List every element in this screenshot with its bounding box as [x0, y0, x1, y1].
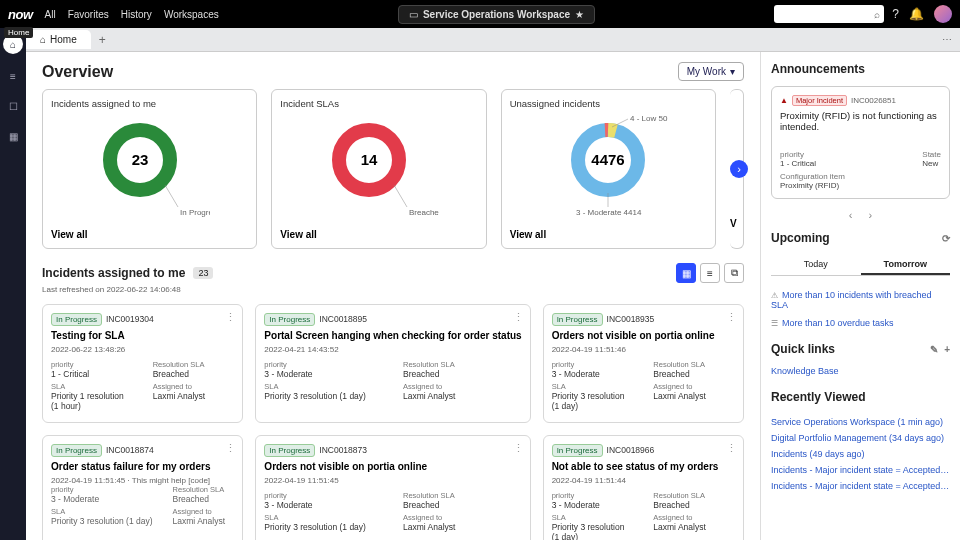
svg-text:Breached  14: Breached 14 [409, 208, 439, 217]
card-incident-slas: Incident SLAs 14 Breached 14 View all [271, 89, 486, 249]
incident-title: Portal Screen hanging when checking for … [264, 330, 521, 341]
announcement-card[interactable]: ▲Major IncidentINC0026851 Proximity (RFI… [771, 86, 950, 199]
tab-overflow-icon[interactable]: ⋯ [942, 34, 952, 45]
upcoming-item[interactable]: More than 10 overdue tasks [771, 314, 950, 332]
recent-item[interactable]: Service Operations Workspace (1 min ago) [771, 414, 950, 430]
incident-title: Testing for SLA [51, 330, 234, 341]
svg-text:4 - Low 50: 4 - Low 50 [630, 115, 668, 123]
quick-link[interactable]: Knowledge Base [771, 366, 950, 380]
card-title: Incident SLAs [280, 98, 477, 109]
incident-card[interactable]: ⋮ In ProgressINC0018895 Portal Screen ha… [255, 304, 530, 423]
upcoming-title: Upcoming [771, 231, 830, 245]
incident-card[interactable]: ⋮ In ProgressINC0019304 Testing for SLA … [42, 304, 243, 423]
prev-arrow-icon[interactable]: ‹ [849, 209, 853, 221]
overview-title: Overview [42, 63, 113, 81]
view-list-button[interactable]: ≡ [700, 263, 720, 283]
home-icon: ⌂ [40, 34, 46, 45]
left-rail: ⌂ ≡ ☐ ▦ [0, 28, 26, 540]
rail-grid-icon[interactable]: ▦ [5, 128, 21, 144]
global-search-input[interactable] [774, 5, 884, 23]
rail-list-icon[interactable]: ≡ [5, 68, 21, 84]
rail-inbox-icon[interactable]: ☐ [5, 98, 21, 114]
svg-line-2 [165, 185, 178, 207]
section-title: Incidents assigned to me [42, 266, 185, 280]
state-badge: In Progress [264, 444, 315, 457]
recent-item[interactable]: Incidents - Major incident state = Accep… [771, 478, 950, 494]
home-tooltip: Home [4, 27, 33, 38]
tab-home[interactable]: ⌂Home [26, 30, 91, 49]
nav-favorites[interactable]: Favorites [68, 9, 109, 20]
star-icon[interactable]: ★ [575, 9, 584, 20]
incident-timestamp: 2022-04-21 14:43:52 [264, 345, 521, 354]
recent-item[interactable]: Incidents (49 days ago) [771, 446, 950, 462]
donut-chart: 23 In Progress 23 [90, 115, 210, 225]
incident-card[interactable]: ⋮ In ProgressINC0018873 Orders not visib… [255, 435, 530, 540]
incident-number: INC0018874 [106, 445, 154, 455]
logo[interactable]: now [8, 7, 33, 22]
cards-next-arrow[interactable]: › [730, 160, 748, 178]
tab-today[interactable]: Today [771, 255, 861, 275]
card-menu-icon[interactable]: ⋮ [225, 442, 236, 455]
view-grid-button[interactable]: ▦ [676, 263, 696, 283]
card-unassigned: Unassigned incidents 4476 4 - Low 50 3 -… [501, 89, 716, 249]
card-menu-icon[interactable]: ⋮ [225, 311, 236, 324]
card-title: Unassigned incidents [510, 98, 707, 109]
card-menu-icon[interactable]: ⋮ [726, 311, 737, 324]
svg-text:14: 14 [361, 151, 378, 168]
incident-card[interactable]: ⋮ In ProgressINC0018966 Not able to see … [543, 435, 744, 540]
section-header: Incidents assigned to me 23 ▦ ≡ ⧉ [42, 263, 744, 283]
nav-all[interactable]: All [45, 9, 56, 20]
card-menu-icon[interactable]: ⋮ [726, 442, 737, 455]
recent-item[interactable]: Digital Portfolio Management (34 days ag… [771, 430, 950, 446]
state-badge: In Progress [552, 313, 603, 326]
workspace-pill[interactable]: ▭ Service Operations Workspace ★ [398, 5, 595, 24]
svg-text:In Progress  23: In Progress 23 [180, 208, 210, 217]
refresh-icon[interactable]: ⟳ [942, 233, 950, 244]
incident-number: INC0018895 [319, 314, 367, 324]
view-all-link[interactable]: View all [280, 229, 477, 240]
incident-number: INC0018966 [607, 445, 655, 455]
new-tab-button[interactable]: + [91, 33, 114, 47]
view-all-link[interactable]: View all [51, 229, 248, 240]
open-external-button[interactable]: ⧉ [724, 263, 744, 283]
svg-text:23: 23 [131, 151, 148, 168]
incident-title: Orders not visible on portia online [264, 461, 521, 472]
incident-title: Orders not visible on portia online [552, 330, 735, 341]
avatar[interactable] [934, 5, 952, 23]
upcoming-item[interactable]: More than 10 incidents with breached SLA [771, 286, 950, 314]
side-panel: Announcements ▲Major IncidentINC0026851 … [760, 52, 960, 540]
help-icon[interactable]: ? [892, 7, 899, 21]
state-badge: In Progress [51, 313, 102, 326]
incident-card[interactable]: ⋮ In ProgressINC0018935 Orders not visib… [543, 304, 744, 423]
incident-timestamp: 2022-04-19 11:51:45 · This might help [c… [51, 476, 234, 529]
donut-chart: 14 Breached 14 [319, 115, 439, 225]
announcement-pager: ‹› [771, 209, 950, 221]
state-badge: In Progress [552, 444, 603, 457]
nav-history[interactable]: History [121, 9, 152, 20]
card-menu-icon[interactable]: ⋮ [513, 311, 524, 324]
announcement-message: Proximity (RFID) is not functioning as i… [780, 110, 941, 132]
card-title: Incidents assigned to me [51, 98, 248, 109]
edit-icon[interactable]: ✎ [930, 344, 938, 355]
incident-number: INC0018873 [319, 445, 367, 455]
search-icon[interactable]: ⌕ [874, 9, 880, 20]
incident-number: INC0019304 [106, 314, 154, 324]
view-all-link[interactable]: View all [510, 229, 707, 240]
top-nav: All Favorites History Workspaces [45, 9, 219, 20]
svg-text:3 - Moderate  4414: 3 - Moderate 4414 [576, 208, 642, 217]
major-incident-badge: Major Incident [792, 95, 847, 106]
card-menu-icon[interactable]: ⋮ [513, 442, 524, 455]
add-icon[interactable]: + [944, 344, 950, 355]
incident-timestamp: 2022-04-19 11:51:45 [264, 476, 521, 485]
tab-tomorrow[interactable]: Tomorrow [861, 255, 951, 275]
incident-card[interactable]: ⋮ In ProgressINC0018874 Order status fai… [42, 435, 243, 540]
next-arrow-icon[interactable]: › [869, 209, 873, 221]
recent-item[interactable]: Incidents - Major incident state = Accep… [771, 462, 950, 478]
tab-strip: ⌂Home + ⋯ [0, 28, 960, 52]
bell-icon[interactable]: 🔔 [909, 7, 924, 21]
incident-number: INC0018935 [607, 314, 655, 324]
nav-workspaces[interactable]: Workspaces [164, 9, 219, 20]
my-work-dropdown[interactable]: My Work▾ [678, 62, 744, 81]
recently-viewed-title: Recently Viewed [771, 390, 866, 404]
svg-line-6 [394, 185, 407, 207]
